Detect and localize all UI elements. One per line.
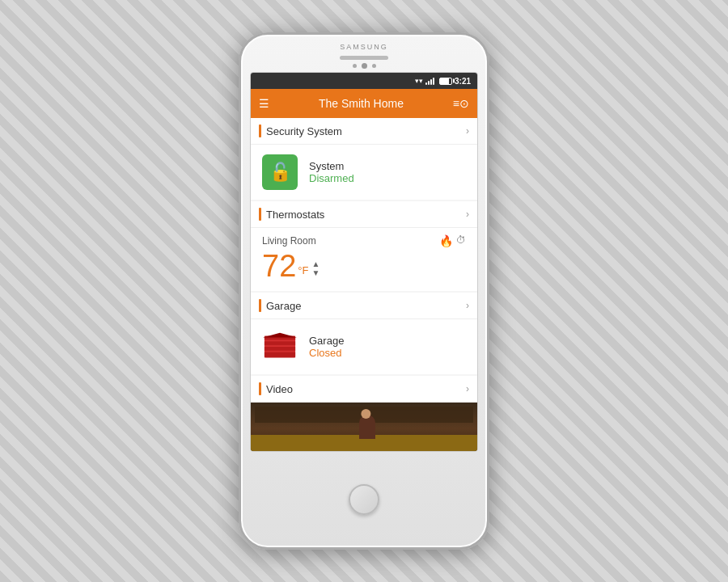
lock-icon: 🔓	[269, 162, 291, 183]
video-thumbnail[interactable]	[251, 403, 477, 451]
header-title: The Smith Home	[319, 97, 404, 110]
thermostats-title: Thermostats	[266, 209, 324, 221]
garage-status-group: Garage Closed	[309, 335, 344, 359]
garage-accent-bar	[259, 299, 261, 312]
security-status-group: System Disarmed	[309, 160, 354, 184]
security-section-header[interactable]: Security System ›	[251, 118, 477, 145]
thermostats-chevron: ›	[466, 209, 469, 220]
battery-icon	[439, 78, 452, 85]
phone-top: SAMSUNG	[241, 35, 487, 72]
time-display: 3:21	[455, 77, 471, 86]
thermostat-room-row: Living Room 🔥 ⏱	[262, 234, 466, 247]
phone-screen: ▾▾ 3:21 ☰ The Smith Home ≡⊙	[250, 72, 478, 452]
schedule-icon[interactable]: ⏱	[456, 234, 466, 247]
garage-icon-container	[262, 329, 298, 365]
status-icons: ▾▾ 3:21	[415, 77, 471, 86]
status-bar: ▾▾ 3:21	[251, 73, 477, 89]
thermostats-section: Thermostats › Living Room 🔥 ⏱ 72 °F	[251, 201, 477, 291]
security-chevron: ›	[466, 125, 469, 137]
temp-number: 72	[262, 251, 296, 281]
temp-down-arrow[interactable]: ▼	[311, 268, 320, 277]
garage-title: Garage	[266, 300, 301, 312]
battery-fill	[440, 78, 449, 84]
garage-section: Garage ›	[251, 293, 477, 374]
garage-status-value: Closed	[309, 347, 344, 359]
video-chevron: ›	[466, 383, 469, 394]
garage-svg-icon	[263, 332, 297, 361]
garage-chevron: ›	[466, 300, 469, 311]
video-scene	[251, 403, 477, 451]
lock-icon-container: 🔓	[262, 154, 298, 190]
security-header-left: Security System	[259, 124, 342, 137]
security-accent-bar	[259, 124, 261, 137]
video-accent-bar	[259, 382, 261, 395]
security-status-label: System	[309, 160, 354, 172]
temp-up-arrow[interactable]: ▲	[311, 259, 320, 268]
svg-rect-3	[265, 347, 295, 351]
bar1	[425, 82, 427, 85]
brand-label: SAMSUNG	[340, 43, 388, 51]
sensor-dot	[353, 64, 357, 68]
temp-unit: °F	[298, 264, 308, 276]
garage-status-label: Garage	[309, 335, 344, 347]
thermostats-header-left: Thermostats	[259, 208, 324, 221]
security-title: Security System	[266, 125, 342, 137]
temp-arrows: ▲ ▼	[311, 259, 320, 277]
security-status-value: Disarmed	[309, 172, 354, 184]
video-person-head	[361, 409, 370, 419]
garage-content: Garage Closed	[251, 319, 477, 374]
flame-icon[interactable]: 🔥	[439, 234, 453, 247]
signal-bars	[425, 78, 434, 85]
thermostats-section-header[interactable]: Thermostats ›	[251, 201, 477, 228]
thermostat-content: Living Room 🔥 ⏱ 72 °F ▲ ▼	[251, 228, 477, 291]
settings-icon[interactable]: ≡⊙	[453, 97, 469, 110]
video-section: Video › powered by △ ALARM.COM	[251, 376, 477, 451]
home-button[interactable]	[349, 484, 379, 515]
room-name: Living Room	[262, 235, 316, 247]
video-section-header[interactable]: Video ›	[251, 376, 477, 403]
garage-header-left: Garage	[259, 299, 301, 312]
menu-icon[interactable]: ☰	[259, 97, 269, 110]
front-camera	[362, 63, 367, 69]
thermo-icons: 🔥 ⏱	[439, 234, 466, 247]
svg-marker-8	[263, 333, 297, 338]
bar2	[428, 81, 430, 85]
security-section: Security System › 🔓 System Disarmed	[251, 118, 477, 200]
thermostats-accent-bar	[259, 208, 261, 221]
svg-rect-4	[265, 352, 295, 358]
bar4	[433, 78, 434, 85]
sensor-dot2	[372, 64, 376, 68]
wifi-icon: ▾▾	[415, 77, 423, 85]
temp-display: 72 °F ▲ ▼	[262, 251, 466, 281]
svg-rect-2	[265, 341, 295, 345]
speaker	[340, 56, 388, 60]
security-content: 🔓 System Disarmed	[251, 145, 477, 200]
video-title: Video	[266, 383, 293, 395]
content-area: Security System › 🔓 System Disarmed	[251, 118, 477, 451]
phone-bottom	[349, 452, 379, 547]
garage-section-header[interactable]: Garage ›	[251, 293, 477, 319]
app-header: ☰ The Smith Home ≡⊙	[251, 89, 477, 118]
camera-row	[353, 63, 376, 69]
video-header-left: Video	[259, 382, 293, 395]
phone-frame: SAMSUNG ▾▾	[239, 32, 489, 550]
bar3	[430, 79, 432, 85]
